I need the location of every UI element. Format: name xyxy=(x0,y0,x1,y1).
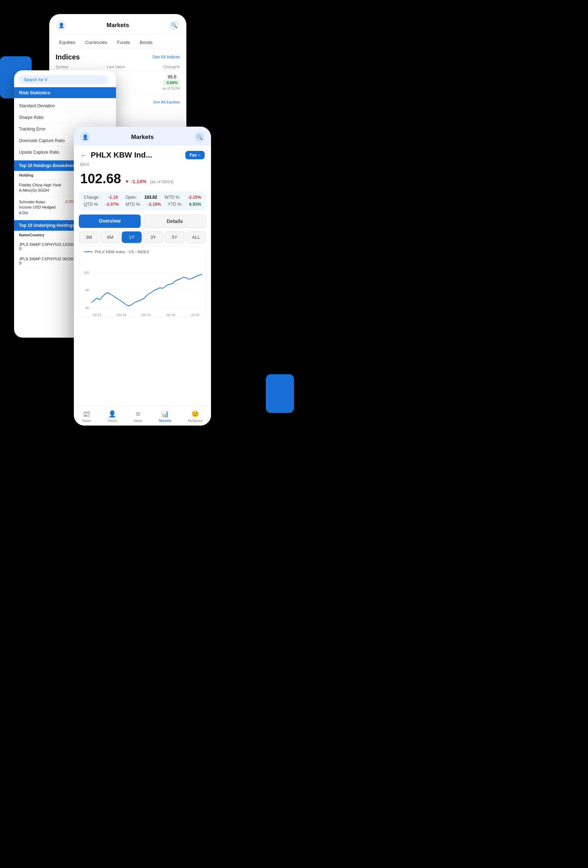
x-label-jul24: Jul-24 xyxy=(191,313,200,316)
nav-markets-icon: 📊 xyxy=(161,410,169,418)
wtd-value: -2.15% xyxy=(188,195,201,200)
price-as-of: (as of 06/04) xyxy=(150,179,173,184)
nav-myspace-label: MySpace xyxy=(188,419,203,423)
see-all-indices[interactable]: See All Indices xyxy=(152,55,180,59)
open-value: 103.02 xyxy=(144,195,157,200)
see-all-equities[interactable]: See All Equities xyxy=(153,100,180,104)
nav-news[interactable]: 📰 News xyxy=(82,410,91,423)
under-name-2: JPLS SWAP CXPHY532 06/20/24 S xyxy=(19,257,81,265)
ytd-label: YTD %: xyxy=(168,202,182,207)
under-col-name: Name xyxy=(19,233,30,237)
risk-stats-header: Risk Statistics xyxy=(14,87,116,98)
search-bar[interactable]: Search for V xyxy=(19,75,108,84)
col-last-value: Last Value xyxy=(107,65,125,69)
qtd-value: -2.07% xyxy=(105,202,119,207)
chart-legend: PHLX KBW Index - US - INDEX xyxy=(79,247,206,255)
open-label: Open: xyxy=(125,195,137,200)
indices-table-header: Symbol Last Value Change% xyxy=(49,63,186,71)
mid-card-header: Search for V xyxy=(14,70,116,87)
col-change: Change% xyxy=(163,65,180,69)
current-price: 102.68 xyxy=(80,171,121,186)
user-icon: 👤 xyxy=(56,21,66,30)
back-button[interactable]: ← xyxy=(80,151,87,159)
tab-equities[interactable]: Equities xyxy=(55,37,80,48)
holding-name-1: Fidelity China High Yield A-Minc(G)-SGDH xyxy=(19,183,65,193)
col-holding: Holding xyxy=(19,173,65,177)
front-search-icon[interactable]: 🔍 xyxy=(195,132,205,142)
back-card-header: 👤 Markets 🔍 xyxy=(49,14,186,34)
chart-legend-line xyxy=(84,251,93,252)
holding-name-2: Schroder Asian Income USD Hedged A Dis xyxy=(19,199,56,216)
nav-myspace[interactable]: 😊 MySpace xyxy=(188,410,203,423)
index-date2: as of 01/04 xyxy=(163,87,180,90)
mtd-label: MTD %: xyxy=(126,202,141,207)
back-card-title: Markets xyxy=(106,22,129,29)
x-label-jul23: Jul-23 xyxy=(93,313,101,316)
x-label-oct23: Oct-23 xyxy=(117,313,126,316)
period-3m[interactable]: 3M xyxy=(79,232,99,243)
back-card-tabs: Equities Currencies Funds Bonds xyxy=(49,34,186,48)
nav-news-label: News xyxy=(82,419,91,423)
col-symbol: Symbol xyxy=(56,65,69,69)
nav-views[interactable]: 👤 Views xyxy=(108,410,117,423)
price-row: 102.68 ▼ -1.14% (as of 06/04) xyxy=(74,170,211,188)
period-1y[interactable]: 1Y xyxy=(122,232,142,243)
nav-views-label: Views xyxy=(108,419,117,423)
nav-markets[interactable]: 📊 Markets xyxy=(159,410,171,423)
search-icon[interactable]: 🔍 xyxy=(170,21,179,30)
chart-area: PHLX KBW Index - US - INDEX 100 90 80 Ju… xyxy=(79,247,206,317)
period-3y[interactable]: 3Y xyxy=(143,232,163,243)
front-ticker: BKX xyxy=(74,162,211,170)
period-selector: 3M 6M 1Y 3Y 5Y ALL xyxy=(79,232,206,243)
chart-legend-text: PHLX KBW Index - US - INDEX xyxy=(95,250,149,254)
indices-section: Indices See All Indices xyxy=(49,48,186,63)
overview-details-tabs: Overview Details xyxy=(79,214,206,228)
risk-item-sharpe[interactable]: Sharpe Ratio xyxy=(14,112,116,124)
stats-box: Change : -1.19 Open: 103.02 WTD %: -2.15… xyxy=(79,191,206,210)
front-card-title: Markets xyxy=(131,134,154,141)
front-card-header: 👤 Markets 🔍 xyxy=(74,127,211,146)
front-user-icon: 👤 xyxy=(80,132,90,142)
nav-ideas[interactable]: ≋ Ideas xyxy=(134,410,142,423)
period-5y[interactable]: 5Y xyxy=(165,232,185,243)
chart-svg: 100 90 80 Jul-23 Oct-23 Jan-24 Apr-24 Ju… xyxy=(79,255,206,317)
nav-myspace-icon: 😊 xyxy=(191,410,199,418)
nav-news-icon: 📰 xyxy=(83,410,90,418)
front-index-title: PHLX KBW Ind... xyxy=(91,151,182,160)
index-change-badge: 0.60% xyxy=(163,80,180,86)
change-value: -1.19 xyxy=(108,195,118,200)
nav-views-icon: 👤 xyxy=(108,410,116,418)
nav-ideas-label: Ideas xyxy=(134,419,142,423)
fav-button[interactable]: Fav − xyxy=(185,151,205,159)
front-title-row: ← PHLX KBW Ind... Fav − xyxy=(74,146,211,162)
y-label-100: 100 xyxy=(84,271,89,274)
stats-row-2: QTD %: -2.07% MTD %: -2.15% YTD %: 6.93% xyxy=(84,202,201,207)
index-values: 95.6 0.60% as of 01/04 xyxy=(163,74,180,90)
tab-funds[interactable]: Funds xyxy=(113,37,134,48)
stats-row-1: Change : -1.19 Open: 103.02 WTD %: -2.15… xyxy=(84,195,201,200)
mtd-value: -2.15% xyxy=(148,202,161,207)
risk-item-std-dev[interactable]: Standard Deviation xyxy=(14,100,116,112)
y-label-80: 80 xyxy=(86,306,89,310)
nav-ideas-icon: ≋ xyxy=(135,410,141,418)
nav-markets-label: Markets xyxy=(159,419,171,423)
front-bottom-nav: 📰 News 👤 Views ≋ Ideas 📊 Markets 😊 MySpa… xyxy=(74,406,211,425)
tab-currencies[interactable]: Currencies xyxy=(81,37,111,48)
period-6m[interactable]: 6M xyxy=(100,232,120,243)
ytd-value: 6.93% xyxy=(189,202,201,207)
indices-title: Indices xyxy=(56,53,80,61)
under-col-country: Country xyxy=(30,233,44,237)
qtd-label: QTD %: xyxy=(84,202,99,207)
price-change: ▼ -1.14% xyxy=(124,179,146,184)
index-last-value: 95.6 xyxy=(163,74,177,80)
tab-overview[interactable]: Overview xyxy=(79,214,141,228)
under-name-1: JPLS SWAP CXPHY533 12/20/24 S xyxy=(19,242,81,251)
tab-details[interactable]: Details xyxy=(143,214,206,228)
x-label-jan24: Jan-24 xyxy=(141,313,151,316)
front-card-detail: 👤 Markets 🔍 ← PHLX KBW Ind... Fav − BKX … xyxy=(74,127,211,425)
period-all[interactable]: ALL xyxy=(186,232,206,243)
wtd-label: WTD %: xyxy=(165,195,180,200)
tab-bonds[interactable]: Bonds xyxy=(135,37,157,48)
decoration-corner-br xyxy=(266,374,294,413)
change-label: Change : xyxy=(84,195,101,200)
